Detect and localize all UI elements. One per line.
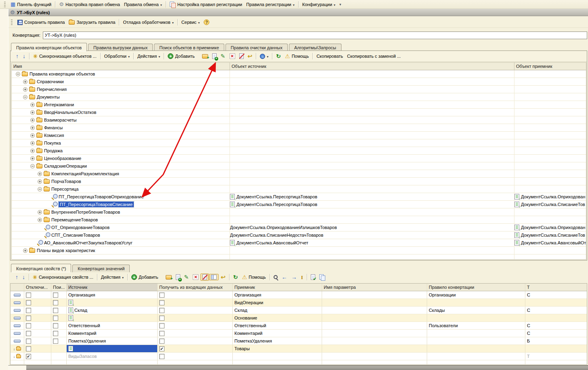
source-property-cell[interactable]: Организация [67, 291, 158, 299]
main-tab-0[interactable]: Правила конвертации объектов [11, 43, 87, 51]
tree-item-label[interactable]: ПТ_ПересортицаТоваровСписание [59, 202, 134, 207]
tree-item-label[interactable]: Интеркампани [44, 102, 74, 107]
expand-toggle-icon[interactable] [23, 80, 27, 84]
target-property-cell[interactable]: Организация [233, 291, 322, 299]
source-property-cell[interactable]: ВидыЗапасов [67, 353, 158, 360]
disable-checkbox[interactable] [26, 323, 31, 328]
expand-toggle-icon[interactable] [30, 141, 35, 145]
prop-copy-pages-button[interactable] [317, 273, 327, 281]
incoming-data-checkbox[interactable] [159, 331, 164, 336]
incoming-data-checkbox[interactable] [159, 354, 164, 359]
search-checkbox[interactable] [53, 300, 58, 305]
prop-move-up-button[interactable] [13, 273, 20, 281]
add-copy-button[interactable] [210, 53, 219, 60]
tree-item-label[interactable]: Ценообразование [44, 156, 81, 161]
toolbar-overflow-button[interactable] [337, 1, 344, 7]
collapse-toggle-icon[interactable] [16, 72, 20, 76]
row-handle-cell[interactable] [11, 314, 24, 322]
tree-item-label[interactable]: ОТ_ОприходованиеТоваров [51, 225, 110, 230]
disable-checkbox[interactable] [26, 331, 31, 336]
tree-item-label[interactable]: Пересортица [51, 187, 78, 191]
collapse-toggle-icon[interactable] [23, 95, 27, 99]
prop-layout-button[interactable] [209, 274, 219, 280]
expand-toggle-icon[interactable] [30, 149, 35, 153]
tree-item-label[interactable]: Финансы [44, 125, 63, 130]
parameter-name-cell[interactable] [322, 337, 427, 345]
save-rules-button[interactable]: Сохранить правила [15, 19, 67, 26]
toolbar-grip[interactable] [4, 2, 6, 7]
parameter-name-cell[interactable] [322, 314, 427, 322]
expand-toggle-icon[interactable] [30, 133, 35, 138]
window-titlebar[interactable]: УТ->БуХ (rules) [8, 9, 588, 16]
prop-search-button[interactable] [272, 274, 280, 280]
expand-toggle-icon[interactable] [38, 210, 42, 214]
incoming-data-checkbox[interactable] [159, 292, 164, 298]
tree-item-label[interactable]: ПТ_ПересортицаТоваровОприходование [59, 194, 144, 199]
incoming-data-checkbox[interactable] [159, 315, 164, 321]
prop-move-down-button[interactable] [20, 273, 27, 281]
parameter-name-cell[interactable] [322, 345, 427, 352]
source-property-cell[interactable] [67, 314, 158, 322]
conversion-input[interactable] [43, 32, 587, 39]
parameter-name-cell[interactable] [322, 330, 427, 337]
row-handle-cell[interactable] [11, 345, 24, 352]
tree-item-label[interactable]: СкладскиеОперации [44, 164, 87, 168]
tree-item-label[interactable]: ВнутреннееПотреблениеТоваров [51, 210, 120, 214]
row-handle-cell[interactable] [11, 307, 24, 314]
prop-add-group-button[interactable] [164, 274, 174, 280]
disable-checkbox[interactable] [26, 292, 31, 298]
disable-checkbox[interactable] [26, 354, 31, 359]
export-menu[interactable] [258, 53, 270, 60]
conversion-rule-cell[interactable]: Пользователи [427, 322, 525, 329]
expand-toggle-icon[interactable] [30, 126, 35, 130]
search-checkbox[interactable] [53, 323, 58, 328]
tree-item-label[interactable]: ПорчаТоваров [51, 179, 81, 184]
props-column-header[interactable]: Пои... [51, 284, 67, 291]
expand-toggle-icon[interactable] [38, 179, 42, 184]
prop-edit-button[interactable] [182, 273, 191, 281]
registration-rules-menu[interactable]: Правила регистрации [244, 1, 297, 8]
search-checkbox[interactable] [53, 292, 58, 298]
incoming-data-checkbox[interactable] [159, 346, 164, 351]
add-group-button[interactable] [200, 53, 210, 59]
row-handle-cell[interactable] [11, 299, 24, 306]
expand-toggle-icon[interactable] [30, 110, 35, 115]
conversion-rule-cell[interactable] [427, 314, 525, 322]
exchange-rules-menu[interactable]: Правила обмена [122, 1, 164, 8]
row-handle-cell[interactable] [11, 330, 24, 337]
load-rules-button[interactable]: Загрузить правила [67, 19, 117, 25]
props-column-header[interactable]: Отключи... [24, 284, 51, 291]
tree-column-header[interactable]: Объект источник [230, 63, 514, 70]
copy-with-replace-button[interactable]: Скопировать с заменой ... [345, 53, 403, 59]
prop-refresh-button[interactable] [231, 273, 240, 281]
tree-item-label[interactable]: Покупка [44, 141, 61, 145]
disable-checkbox[interactable] [26, 346, 31, 351]
tree-item-label[interactable]: Документы [37, 95, 60, 99]
target-property-cell[interactable]: Склад [233, 307, 322, 314]
source-property-cell[interactable]: Склад [67, 307, 158, 314]
edit-button[interactable] [219, 53, 228, 60]
conversion-rule-cell[interactable] [427, 330, 525, 337]
collapse-toggle-icon[interactable] [30, 164, 35, 168]
disable-checkbox[interactable] [26, 338, 31, 344]
prop-prev-button[interactable] [280, 273, 289, 281]
source-property-cell[interactable] [67, 345, 158, 352]
tree-item-label[interactable]: Правила конвертации объектов [30, 71, 95, 76]
configurations-menu[interactable]: Конфигурации [300, 1, 337, 8]
row-handle-cell[interactable] [11, 353, 24, 360]
sync-objects-button[interactable]: Синхронизация объектов ... [31, 53, 99, 60]
row-handle-cell[interactable] [11, 337, 24, 345]
collapse-toggle-icon[interactable] [38, 187, 42, 191]
tree-item-label[interactable]: КомплектацияРазукомплектация [51, 171, 119, 176]
incoming-data-checkbox[interactable] [159, 308, 164, 313]
props-column-header[interactable]: Т [525, 284, 585, 291]
move-up-button[interactable] [14, 53, 21, 60]
target-property-cell[interactable]: Ответственный [233, 322, 322, 329]
undo-button[interactable] [246, 53, 255, 60]
tree-item-label[interactable]: АО_АвансовыйОтчетЗакупкаТоваровУслуг [44, 240, 133, 245]
conversion-rule-cell[interactable] [427, 345, 525, 352]
tree-column-header[interactable]: Имя [12, 63, 230, 70]
disable-checkbox[interactable] [26, 308, 31, 313]
parameter-name-cell[interactable] [322, 322, 427, 329]
tree-item-label[interactable]: Продажа [44, 148, 63, 153]
